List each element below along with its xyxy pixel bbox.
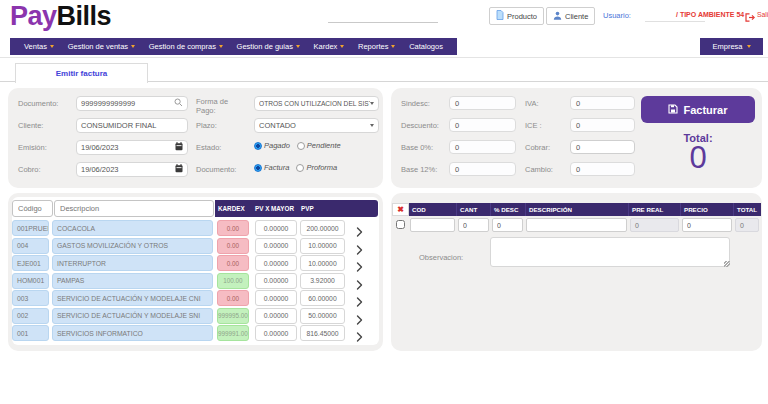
product-pv-x-mayor-input[interactable]: 0.00000 [255,325,297,341]
plazo-label: Plazo: [196,121,217,130]
cliente-button[interactable]: Cliente [546,7,595,25]
sindesc-input[interactable]: 0 [449,96,516,110]
product-pvp-input[interactable]: 200.00000 [300,220,345,236]
nav-gestion-compras-label: Gestion de compras [149,42,216,51]
product-pv-x-mayor-input[interactable]: 0.00000 [255,220,297,236]
nav-gestion-ventas[interactable]: Gestion de ventas [68,42,135,51]
codigo-filter-input[interactable] [12,200,53,217]
product-pvp-input[interactable]: 3.92000 [300,273,345,289]
nav-reportes[interactable]: Reportes [358,42,395,51]
forma-pago-value: OTROS CON UTILIZACION DEL SISTE [259,100,370,107]
detail-cant-input[interactable] [458,218,489,232]
radio-factura[interactable]: Factura [254,163,289,172]
plazo-select[interactable]: CONTADO [254,118,379,133]
documento-input[interactable]: 9999999999999 [76,96,188,111]
delete-row-button[interactable]: ✖ [392,203,409,216]
product-description-cell[interactable]: GASTOS MOVILIZACIÓN Y OTROS [52,238,213,254]
product-pvp-input[interactable]: 60.00000 [300,290,345,306]
pre-real-column-header: PRE REAL [629,203,681,216]
product-pvp-input[interactable]: 816.45000 [300,325,345,341]
descuento-value: 0 [455,121,459,130]
totals-panel: Sindesc: 0 Descuento: 0 Base 0%: 0 Base … [391,88,762,188]
radio-pendiente[interactable]: Pendiente [297,141,341,150]
forma-pago-select[interactable]: OTROS CON UTILIZACION DEL SISTE [254,96,379,111]
chevron-right-icon[interactable] [356,328,363,346]
cliente-input[interactable]: CONSUMIDOR FINAL [76,118,188,133]
nav-kardex[interactable]: Kardex [314,42,345,51]
search-icon[interactable] [174,98,183,109]
radio-proforma-label: Proforma [306,163,337,172]
radio-icon[interactable] [254,142,262,150]
tab-emitir-factura[interactable]: Emitir factura [15,63,148,83]
calendar-icon[interactable] [175,142,183,153]
radio-proforma[interactable]: Proforma [296,163,337,172]
base12-input[interactable]: 0 [449,162,516,176]
products-panel: KARDEX PV X MAYOR PVP 001PRUEB. COCACOLA… [8,193,383,351]
product-pv-x-mayor-input[interactable]: 0.00000 [255,308,297,324]
product-pv-x-mayor-input[interactable]: 0.00000 [255,255,297,271]
product-code-cell[interactable]: HOM001 [12,273,49,289]
header-blank-input[interactable] [328,12,438,23]
detail-desc-pct-input[interactable] [492,218,523,232]
product-pvp-input[interactable]: 50.00000 [300,308,345,324]
row-select-checkbox[interactable] [396,220,405,229]
cambio-label: Cambio: [525,165,553,174]
chevron-down-icon [219,45,223,48]
detail-descripcion-input[interactable] [526,218,627,232]
kardex-column-header: KARDEX [215,205,252,212]
nav-gestion-compras[interactable]: Gestion de compras [149,42,223,51]
radio-icon[interactable] [254,164,262,172]
detail-cod-input[interactable] [410,218,455,232]
producto-button-label: Producto [507,12,537,21]
radio-icon[interactable] [296,164,304,172]
products-table-header: KARDEX PV X MAYOR PVP [215,200,378,217]
product-kardex-cell: 999995.00 [217,308,249,324]
descuento-input[interactable]: 0 [449,118,516,132]
product-pv-x-mayor-input[interactable]: 0.00000 [255,273,297,289]
product-code-cell[interactable]: 001PRUEB. [12,220,49,236]
calendar-icon[interactable] [175,164,183,175]
product-description-cell[interactable]: SERVICIO DE ACTUACIÓN Y MODELAJE SNI [52,308,213,324]
product-code-cell[interactable]: 004 [12,238,49,254]
product-pvp-input[interactable]: 10.00000 [300,255,345,271]
radio-icon[interactable] [297,142,305,150]
product-code-cell[interactable]: 003 [12,290,49,306]
producto-button[interactable]: Producto [489,7,544,25]
product-description-cell[interactable]: COCACOLA [52,220,213,236]
nav-ventas[interactable]: Ventas [24,42,54,51]
cliente-label: Cliente: [18,121,43,130]
product-kardex-cell: 0.00 [217,220,249,236]
cobro-label: Cobro: [18,165,41,174]
cobrar-input[interactable]: 0 [570,140,635,154]
product-description-cell[interactable]: SERVICIOS INFORMATICO [52,325,213,341]
radio-pagado[interactable]: Pagado [254,141,290,150]
base0-input[interactable]: 0 [449,140,516,154]
product-code-cell[interactable]: 002 [12,308,49,324]
product-code-cell[interactable]: EJE001 [12,255,49,271]
descripcion-filter-input[interactable] [54,200,214,217]
salir-link[interactable]: Salir [757,11,768,18]
observacion-textarea[interactable] [490,237,730,267]
product-pvp-input[interactable]: 10.00000 [300,238,345,254]
nav-empresa[interactable]: Empresa [700,38,763,55]
facturar-button[interactable]: Facturar [641,96,755,123]
product-pv-x-mayor-input[interactable]: 0.00000 [255,290,297,306]
nav-catalogos[interactable]: Catalogos [409,42,443,51]
chevron-down-icon [370,124,374,127]
product-description-cell[interactable]: SERVICIO DE ACTUACIÓN Y MODELAJE CNI [52,290,213,306]
product-description-cell[interactable]: INTERRUPTOR [52,255,213,271]
product-pv-x-mayor-input[interactable]: 0.00000 [255,238,297,254]
ice-input[interactable]: 0 [570,118,635,132]
emision-date-input[interactable]: 19/06/2023 [76,140,188,155]
iva-input[interactable]: 0 [570,96,635,110]
product-code-cell[interactable]: 001 [12,325,49,341]
detail-precio-input[interactable] [682,218,732,232]
logout-icon[interactable] [745,8,755,26]
cobro-date-input[interactable]: 19/06/2023 [76,162,188,177]
product-description-cell[interactable]: PAMPAS [52,273,213,289]
nav-gestion-guias[interactable]: Gestion de guias [237,42,300,51]
radio-pagado-label: Pagado [264,141,290,150]
resize-grip-icon[interactable] [724,261,730,267]
cambio-input[interactable]: 0 [570,162,635,176]
chevron-down-icon [340,45,344,48]
